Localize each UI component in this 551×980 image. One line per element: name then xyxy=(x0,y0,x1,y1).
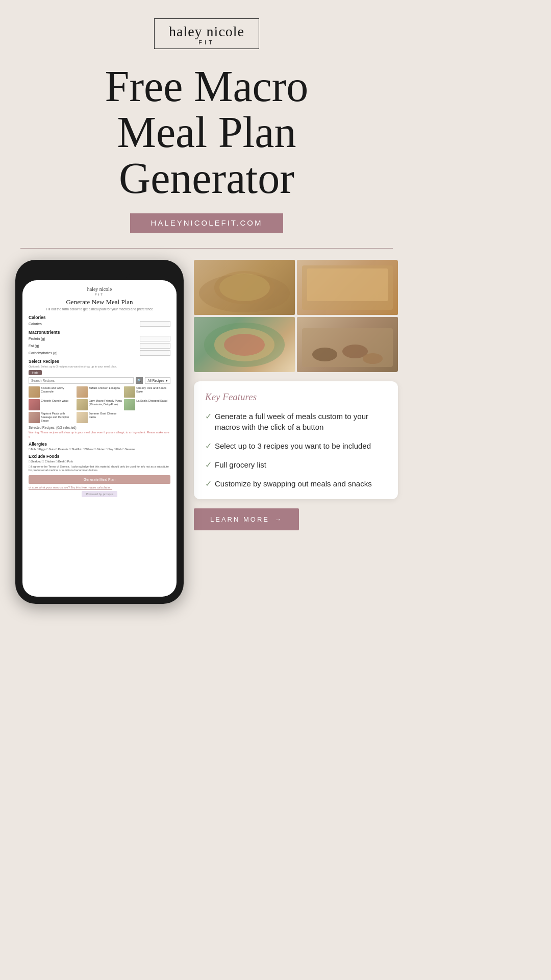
screen-fat-input[interactable] xyxy=(140,343,170,349)
right-column: Key Features ✓ Generate a full week of m… xyxy=(194,260,398,604)
recipe-item[interactable]: Biscuits and Gravy Casserole xyxy=(29,386,75,398)
divider-row xyxy=(0,248,413,249)
divider-line-left xyxy=(20,248,393,249)
screen-exclude-section: Exclude Foods xyxy=(29,454,170,459)
screen-warning: Warning: These recipes will show up in y… xyxy=(29,431,170,438)
recipe-item[interactable]: Rigatoni Pasta with Sausage and Pumpkin … xyxy=(29,412,75,423)
screen-carbs-input[interactable] xyxy=(140,350,170,356)
feature-check-icon: ✓ xyxy=(205,479,212,488)
food-photo-meatballs xyxy=(297,317,398,372)
feature-recipes-text: Select up to 3 recipes you want to be in… xyxy=(215,440,371,451)
recipe-name: Rigatoni Pasta with Sausage and Pumpkin … xyxy=(41,412,75,422)
logo-container: haley nicole FIT xyxy=(154,18,259,49)
phone-screen: haley nicole FIT Generate New Meal Plan … xyxy=(22,280,177,597)
recipe-name: La Scala Chopped Salad xyxy=(136,399,167,403)
recipe-item[interactable]: Cheesy Rice and Beans Bake xyxy=(124,386,170,398)
feature-grocery-text: Full grocery list xyxy=(215,459,266,470)
screen-fat-row: Fat (g) xyxy=(29,343,170,349)
screen-exclude-row[interactable]: □ Seafood □ Chicken □ Beef □ Pork xyxy=(29,460,170,463)
phone-notch xyxy=(69,267,130,278)
powered-row: Powered by prospre xyxy=(29,491,170,497)
screen-protein-row: Protein (g) xyxy=(29,336,170,341)
website-url: HALEYNICOLEFIT.COM xyxy=(151,218,262,227)
recipe-name: Buffalo Chicken Lasagna xyxy=(89,386,120,390)
logo-script: haley nicole xyxy=(169,23,244,40)
screen-select-hint: Optional: Select up to 3 recipes you wan… xyxy=(29,365,170,368)
screen-search-button[interactable]: 🔍 xyxy=(136,377,143,384)
recipe-item[interactable]: Easy Macro Friendly Pizza (10-minute, Da… xyxy=(77,399,123,410)
phone-mockup: haley nicole FIT Generate New Meal Plan … xyxy=(15,260,184,604)
recipe-thumb xyxy=(124,399,135,410)
feature-check-icon: ✓ xyxy=(205,441,212,451)
recipe-thumb xyxy=(29,399,40,410)
screen-search-row: 🔍 All Recipes ▾ xyxy=(29,377,170,384)
feature-customize-text: Customize by swapping out meals and snac… xyxy=(215,478,372,489)
main-content: haley nicole FIT Generate New Meal Plan … xyxy=(0,260,413,604)
recipe-thumb xyxy=(77,386,88,398)
recipe-item[interactable]: La Scala Chopped Salad xyxy=(124,399,170,410)
recipe-item[interactable]: Buffalo Chicken Lasagna xyxy=(77,386,123,398)
screen-hide-button[interactable]: Hide xyxy=(29,370,42,375)
food-photos-grid xyxy=(194,260,398,372)
recipe-name: Easy Macro Friendly Pizza (10-minute, Da… xyxy=(89,399,123,406)
screen-carbs-label: Carbohydrates (g) xyxy=(29,351,57,355)
recipe-thumb xyxy=(77,412,88,423)
powered-badge: Powered by prospre xyxy=(82,491,117,497)
feature-check-icon: ✓ xyxy=(205,411,212,421)
screen-calories-row: Calories xyxy=(29,321,170,327)
recipe-name: Chipotle Crunch Wrap xyxy=(41,399,68,403)
food-photo-casserole xyxy=(297,260,398,315)
recipe-item[interactable]: Chipotle Crunch Wrap xyxy=(29,399,75,410)
food-photo-bowl xyxy=(194,317,295,372)
screen-selected-count: Selected Recipes: (0/3 selected) xyxy=(29,426,170,429)
screen-title: Generate New Meal Plan xyxy=(29,298,170,306)
feature-item-grocery: ✓ Full grocery list xyxy=(205,459,387,470)
screen-all-recipes-dropdown[interactable]: All Recipes ▾ xyxy=(145,377,170,384)
screen-allergies-section: Allergies xyxy=(29,442,170,447)
screen-carbs-row: Carbohydrates (g) xyxy=(29,350,170,356)
features-card: Key Features ✓ Generate a full week of m… xyxy=(194,381,398,499)
screen-select-recipes-label: Select Recipes xyxy=(29,359,170,364)
headline-line1: Free Macro Meal Plan Generator xyxy=(105,63,309,202)
screen-generate-button[interactable]: Generate Meal Plan xyxy=(29,475,170,484)
recipe-thumb xyxy=(29,386,40,398)
screen-terms[interactable]: □ I agree to the Terms of Service. I ack… xyxy=(29,465,170,472)
recipe-name: Cheesy Rice and Beans Bake xyxy=(136,386,170,393)
screen-macro-link: ot sure what your macros are? Try this f… xyxy=(29,486,170,489)
feature-item-recipes: ✓ Select up to 3 recipes you want to be … xyxy=(205,440,387,451)
learn-more-label: LEARN MORE xyxy=(210,516,269,523)
feature-item-week: ✓ Generate a full week of meals custom t… xyxy=(205,411,387,432)
features-title: Key Features xyxy=(205,391,387,403)
recipe-thumb xyxy=(77,399,88,410)
screen-fat-label: Fat (g) xyxy=(29,344,39,348)
recipe-thumb xyxy=(29,412,40,423)
feature-week-text: Generate a full week of meals custom to … xyxy=(215,411,387,432)
feature-check-icon: ✓ xyxy=(205,460,212,470)
screen-subtitle: Fill out the form below to get a meal pl… xyxy=(29,307,170,311)
screen-calories-label: Calories xyxy=(29,315,170,320)
food-photo-chickpeas xyxy=(194,260,295,315)
recipe-thumb xyxy=(124,386,135,398)
feature-item-customize: ✓ Customize by swapping out meals and sn… xyxy=(205,478,387,489)
screen-inner: haley nicole FIT Generate New Meal Plan … xyxy=(22,280,177,502)
recipe-name: Summer Goat Cheese Pasta xyxy=(89,412,123,419)
screen-protein-label: Protein (g) xyxy=(29,337,45,340)
headline: Free Macro Meal Plan Generator xyxy=(105,63,309,202)
screen-protein-input[interactable] xyxy=(140,336,170,341)
learn-more-arrow-icon: → xyxy=(274,516,283,523)
screen-calories-input[interactable] xyxy=(140,321,170,327)
screen-calories-field-label: Calories xyxy=(29,322,42,326)
recipe-grid: Biscuits and Gravy Casserole Buffalo Chi… xyxy=(29,386,170,423)
learn-more-button[interactable]: LEARN MORE → xyxy=(194,508,299,530)
screen-macros-label: Macronutrients xyxy=(29,330,170,335)
screen-allergies-row[interactable]: □ Milk □ Eggs □ Nuts □ Peanuts □ Shellfi… xyxy=(29,448,170,451)
website-badge: HALEYNICOLEFIT.COM xyxy=(130,213,283,233)
recipe-item[interactable]: Summer Goat Cheese Pasta xyxy=(77,412,123,423)
screen-search-input[interactable] xyxy=(29,377,134,384)
screen-logo: haley nicole FIT xyxy=(29,285,170,296)
recipe-name: Biscuits and Gravy Casserole xyxy=(41,386,75,393)
